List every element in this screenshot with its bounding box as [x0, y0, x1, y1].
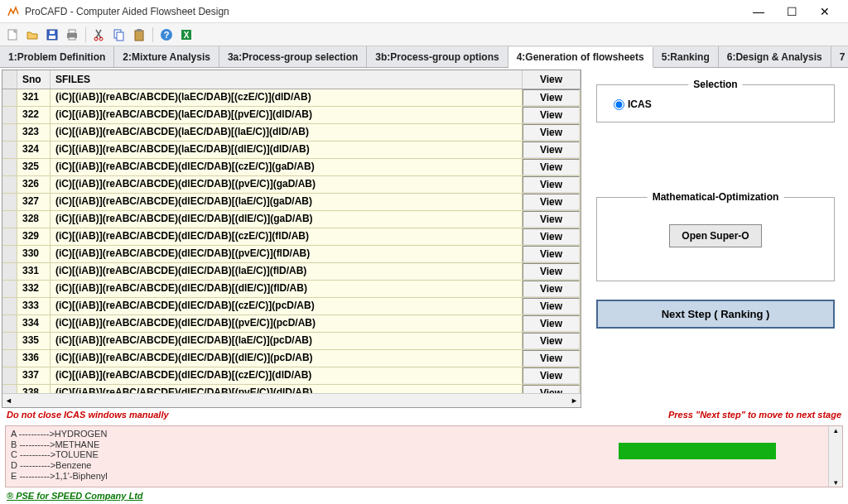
grid-corner[interactable] [2, 70, 17, 89]
view-button[interactable]: View [523, 228, 580, 245]
view-button[interactable]: View [523, 142, 580, 158]
table-row[interactable]: 335(iC)[(iAB)](reABC/ABCDE)(dlEC/DAB)[(l… [2, 333, 581, 350]
view-button[interactable]: View [523, 176, 580, 193]
tab-process-group-options[interactable]: 3b:Process-group options [367, 46, 508, 67]
table-row[interactable]: 326(iC)[(iAB)](reABC/ABCDE)(dlEC/DAB)[(p… [2, 176, 581, 194]
table-row[interactable]: 336(iC)[(iAB)](reABC/ABCDE)(dlEC/DAB)[(d… [2, 350, 581, 367]
cell-sfiles: (iC)[(iAB)](reABC/ABCDE)(dlEC/DAB)[(czE/… [51, 367, 523, 384]
table-row[interactable]: 332(iC)[(iAB)](reABC/ABCDE)(dlEC/DAB)[(d… [2, 281, 581, 298]
row-handle[interactable] [2, 333, 17, 349]
icas-radio[interactable] [614, 99, 624, 110]
table-row[interactable]: 337(iC)[(iAB)](reABC/ABCDE)(dlEC/DAB)[(c… [2, 367, 581, 385]
cell-sfiles: (iC)[(iAB)](reABC/ABCDE)(dlEC/DAB)[(czE/… [51, 159, 523, 175]
row-handle[interactable] [2, 246, 17, 262]
next-step-button[interactable]: Next Step ( Ranking ) [596, 300, 835, 329]
row-handle[interactable] [2, 350, 17, 367]
tab-process-group-selection[interactable]: 3a:Process-group selection [219, 46, 367, 67]
row-handle[interactable] [2, 228, 17, 245]
svg-rect-6 [69, 37, 75, 40]
icas-radio-row[interactable]: ICAS [614, 98, 826, 110]
view-button[interactable]: View [523, 211, 580, 228]
tab-ranking[interactable]: 5:Ranking [653, 46, 719, 67]
log-line: D ---------->Benzene [11, 460, 837, 471]
row-handle[interactable] [2, 298, 17, 314]
view-button[interactable]: View [523, 107, 580, 123]
table-row[interactable]: 333(iC)[(iAB)](reABC/ABCDE)(dlEC/DAB)[(c… [2, 298, 581, 315]
grid-header: Sno SFILES View [2, 70, 581, 89]
row-handle[interactable] [2, 315, 17, 332]
tab-problem-definition[interactable]: 1:Problem Definition [0, 46, 114, 67]
view-button[interactable]: View [523, 159, 580, 175]
row-handle[interactable] [2, 142, 17, 158]
tab-design-analysis[interactable]: 6:Design & Analysis [719, 46, 831, 67]
table-row[interactable]: 324(iC)[(iAB)](reABC/ABCDE)(laEC/DAB)[(d… [2, 142, 581, 159]
tab-mixture-analysis[interactable]: 2:Mixture Analysis [114, 46, 219, 67]
view-button[interactable]: View [523, 281, 580, 297]
cut-icon[interactable] [90, 26, 108, 44]
svg-rect-10 [117, 32, 123, 41]
col-header-view[interactable]: View [523, 70, 581, 89]
cell-sfiles: (iC)[(iAB)](reABC/ABCDE)(laEC/DAB)[(pvE/… [51, 107, 523, 123]
table-row[interactable]: 338(iC)[(iAB)](reABC/ABCDE)(dlEC/DAB)[(p… [2, 385, 581, 393]
close-button[interactable]: ✕ [808, 2, 841, 22]
tab-generation-flowsheets[interactable]: 4:Generation of flowsheets [508, 47, 653, 68]
excel-icon[interactable]: X [177, 26, 195, 44]
grid-horizontal-scrollbar[interactable] [2, 393, 581, 407]
paste-icon[interactable] [130, 26, 148, 44]
minimize-button[interactable]: — [742, 2, 775, 22]
view-button[interactable]: View [523, 333, 580, 349]
view-button[interactable]: View [523, 89, 580, 106]
view-button[interactable]: View [523, 263, 580, 280]
tab-7[interactable]: 7 [831, 46, 848, 67]
view-button[interactable]: View [523, 298, 580, 314]
cell-sfiles: (iC)[(iAB)](reABC/ABCDE)(dlEC/DAB)[(laE/… [51, 263, 523, 280]
new-file-icon[interactable] [3, 26, 22, 44]
table-row[interactable]: 321(iC)[(iAB)](reABC/ABCDE)(laEC/DAB)[(c… [2, 89, 581, 107]
row-handle[interactable] [2, 124, 17, 141]
view-button[interactable]: View [523, 367, 580, 384]
view-button[interactable]: View [523, 124, 580, 141]
row-handle[interactable] [2, 176, 17, 193]
view-button[interactable]: View [523, 385, 580, 393]
row-handle[interactable] [2, 107, 17, 123]
table-row[interactable]: 331(iC)[(iAB)](reABC/ABCDE)(dlEC/DAB)[(l… [2, 263, 581, 281]
grid-body[interactable]: 321(iC)[(iAB)](reABC/ABCDE)(laEC/DAB)[(c… [2, 89, 581, 393]
row-handle[interactable] [2, 89, 17, 106]
row-handle[interactable] [2, 194, 17, 210]
view-button[interactable]: View [523, 246, 580, 262]
row-handle[interactable] [2, 159, 17, 175]
view-button[interactable]: View [523, 194, 580, 210]
table-row[interactable]: 334(iC)[(iAB)](reABC/ABCDE)(dlEC/DAB)[(p… [2, 315, 581, 333]
help-icon[interactable]: ? [157, 26, 176, 44]
table-row[interactable]: 323(iC)[(iAB)](reABC/ABCDE)(laEC/DAB)[(l… [2, 124, 581, 142]
row-handle[interactable] [2, 211, 17, 228]
save-icon[interactable] [43, 26, 61, 44]
table-row[interactable]: 329(iC)[(iAB)](reABC/ABCDE)(dlEC/DAB)[(c… [2, 228, 581, 246]
table-row[interactable]: 327(iC)[(iAB)](reABC/ABCDE)(dlEC/DAB)[(l… [2, 194, 581, 211]
svg-rect-11 [135, 31, 143, 41]
col-header-sno[interactable]: Sno [17, 70, 51, 89]
row-handle[interactable] [2, 367, 17, 384]
table-row[interactable]: 330(iC)[(iAB)](reABC/ABCDE)(dlEC/DAB)[(p… [2, 246, 581, 263]
copy-icon[interactable] [110, 26, 128, 44]
table-row[interactable]: 325(iC)[(iAB)](reABC/ABCDE)(dlEC/DAB)[(c… [2, 159, 581, 176]
view-button[interactable]: View [523, 315, 580, 332]
row-handle[interactable] [2, 281, 17, 297]
maximize-button[interactable]: ☐ [775, 2, 808, 22]
view-button[interactable]: View [523, 350, 580, 367]
cell-sfiles: (iC)[(iAB)](reABC/ABCDE)(laEC/DAB)[(laE/… [51, 124, 523, 141]
col-header-sfiles[interactable]: SFILES [51, 70, 523, 89]
cell-sno: 324 [17, 142, 51, 158]
log-scrollbar[interactable] [828, 426, 842, 487]
cell-sfiles: (iC)[(iAB)](reABC/ABCDE)(dlEC/DAB)[(dlE/… [51, 281, 523, 297]
table-row[interactable]: 328(iC)[(iAB)](reABC/ABCDE)(dlEC/DAB)[(d… [2, 211, 581, 228]
table-row[interactable]: 322(iC)[(iAB)](reABC/ABCDE)(laEC/DAB)[(p… [2, 107, 581, 124]
row-handle[interactable] [2, 385, 17, 393]
info-hint-text: Press "Next step" to move to next stage [668, 410, 841, 424]
cell-sfiles: (iC)[(iAB)](reABC/ABCDE)(dlEC/DAB)[(pvE/… [51, 385, 523, 393]
print-icon[interactable] [63, 26, 81, 44]
svg-text:?: ? [164, 30, 170, 40]
row-handle[interactable] [2, 263, 17, 280]
open-file-icon[interactable] [23, 26, 41, 44]
open-super-o-button[interactable]: Open Super-O [669, 224, 761, 247]
